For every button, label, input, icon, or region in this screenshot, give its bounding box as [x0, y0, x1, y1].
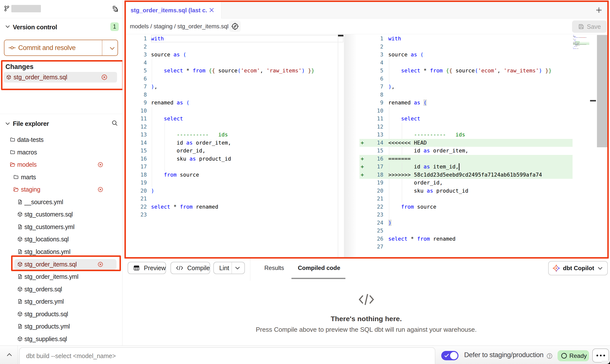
- git-branch-icon: [4, 5, 10, 12]
- folder-open-icon: [10, 162, 15, 167]
- active-tab-underline: [291, 278, 345, 279]
- file-tree-item-label: staging: [21, 186, 40, 193]
- file-tree-item-label: stg_customers.sql: [24, 211, 73, 218]
- file-tree-item-models[interactable]: models: [0, 158, 122, 171]
- commit-and-resolve-button[interactable]: Commit and resolve: [4, 40, 118, 56]
- file-tree-item-label: stg_products.yml: [24, 323, 70, 330]
- sidebar-divider: [0, 114, 122, 114]
- file-tree-item-stg-products-sql[interactable]: stg_products.sql: [0, 308, 122, 320]
- file-tree-item-label: macros: [17, 149, 37, 156]
- file-tree-item-stg-supplies-sql[interactable]: stg_supplies.sql: [0, 333, 122, 345]
- commit-button-split-divider: [102, 40, 102, 55]
- cube-icon: [17, 311, 23, 317]
- file-tree-item--sources-yml[interactable]: __sources.yml: [0, 196, 122, 208]
- file-explorer-title: File explorer: [13, 120, 49, 127]
- lint-label: Lint: [219, 265, 229, 272]
- lint-split: [232, 262, 232, 274]
- empty-subtitle: Press Compile above to preview the SQL d…: [122, 326, 610, 333]
- file-tree-item-label: stg_locations.yml: [24, 248, 70, 255]
- compile-button[interactable]: Compile: [170, 262, 210, 274]
- file-tree-item-label: stg_customers.yml: [24, 223, 74, 230]
- editor-annotation-box: [124, 0, 609, 259]
- lint-button[interactable]: Lint: [213, 262, 245, 274]
- bottom-toolbar: Preview Compile Lint Results Compiled co…: [122, 259, 610, 281]
- lint-dropdown-chevron-icon[interactable]: [235, 266, 240, 270]
- doc-icon: [17, 199, 23, 205]
- help-question-icon[interactable]: [546, 353, 553, 359]
- doc-icon: [17, 274, 23, 279]
- version-control-chevron-icon[interactable]: [5, 25, 10, 28]
- changes-title: Changes: [5, 63, 34, 71]
- cube-icon: [17, 212, 23, 217]
- cube-icon: [17, 286, 23, 292]
- doc-icon: [17, 224, 23, 230]
- empty-title: There's nothing here.: [122, 315, 610, 323]
- file-tree-item-label: stg_order_items.yml: [24, 273, 78, 280]
- file-tree-item-stg-orders-yml[interactable]: stg_orders.yml: [0, 295, 122, 308]
- folder-icon: [10, 149, 15, 155]
- copilot-label: dbt Copilot: [563, 265, 594, 272]
- file-tree-item-stg-customers-yml[interactable]: stg_customers.yml: [0, 221, 122, 233]
- tab-compiled-code[interactable]: Compiled code: [298, 262, 340, 274]
- copy-icon[interactable]: [111, 5, 118, 12]
- tab-results[interactable]: Results: [264, 262, 284, 274]
- dbt-copilot-logo-icon: [553, 265, 560, 272]
- commit-icon: [8, 45, 16, 50]
- file-tree-item-macros[interactable]: macros: [0, 146, 122, 158]
- file-tree-item-data-tests[interactable]: data-tests: [0, 133, 122, 146]
- file-tree-item-stg-locations-sql[interactable]: stg_locations.sql: [0, 233, 122, 245]
- changes-file-label: stg_order_items.sql: [14, 74, 67, 81]
- commit-dropdown-chevron-icon[interactable]: [110, 47, 115, 50]
- folder-icon: [13, 174, 19, 180]
- ready-label: Ready: [569, 352, 587, 359]
- preview-button[interactable]: Preview: [128, 262, 166, 274]
- file-tree-item-label: stg_locations.sql: [24, 236, 69, 243]
- file-tree-item-staging[interactable]: staging: [0, 183, 122, 196]
- file-tree-item-label: models: [17, 161, 37, 168]
- dot: [603, 355, 605, 356]
- command-placeholder: dbt build --select <model_name>: [26, 352, 116, 360]
- discard-change-icon[interactable]: [98, 162, 103, 167]
- dot: [596, 355, 598, 356]
- window-corner-mask: [602, 361, 610, 364]
- empty-state: There's nothing here. Press Compile abov…: [122, 281, 610, 346]
- dbt-copilot-button[interactable]: dbt Copilot: [548, 261, 608, 275]
- discard-change-icon[interactable]: [101, 74, 107, 80]
- file-tree-item-label: data-tests: [17, 136, 44, 143]
- file-tree-item-stg-order-items-yml[interactable]: stg_order_items.yml: [0, 270, 122, 283]
- command-input[interactable]: dbt build --select <model_name>: [19, 347, 435, 364]
- status-bar: dbt build --select <model_name> Defer to…: [0, 346, 610, 364]
- ready-status-badge: Ready: [558, 350, 589, 361]
- file-tree-item-label: stg_orders.yml: [24, 298, 64, 305]
- cube-icon: [17, 336, 23, 342]
- empty-code-icon: [122, 281, 610, 306]
- file-tree-item-label: __sources.yml: [24, 198, 63, 205]
- file-tree-item-stg-customers-sql[interactable]: stg_customers.sql: [0, 208, 122, 220]
- sidebar-divider: [0, 18, 122, 18]
- compile-code-icon: [176, 265, 183, 271]
- window-corner: [602, 361, 610, 364]
- file-tree-item-label: stg_orders.sql: [24, 285, 62, 293]
- dot: [600, 355, 602, 356]
- model-cube-icon: [6, 75, 11, 80]
- collapse-chevron-up-icon[interactable]: [7, 353, 12, 356]
- file-tree-item-marts[interactable]: marts: [0, 171, 122, 183]
- file-tree-item-stg-orders-sql[interactable]: stg_orders.sql: [0, 283, 122, 295]
- file-tree-item-label: stg_products.sql: [24, 310, 68, 317]
- doc-icon: [17, 249, 23, 254]
- discard-change-icon[interactable]: [98, 187, 103, 192]
- changes-file-row[interactable]: stg_order_items.sql: [4, 72, 117, 83]
- file-explorer-chevron-icon[interactable]: [5, 122, 10, 125]
- branch-name-redacted[interactable]: [11, 5, 41, 12]
- search-icon[interactable]: [111, 120, 118, 126]
- ready-circle-icon: [561, 353, 567, 359]
- version-control-title: Version control: [13, 24, 57, 31]
- file-tree-item-stg-products-yml[interactable]: stg_products.yml: [0, 320, 122, 332]
- version-control-badge: 1: [110, 22, 119, 31]
- defer-toggle[interactable]: [441, 351, 458, 360]
- toggle-knob: [450, 352, 458, 359]
- editor-main: stg_order_items.sql (last c... models / …: [122, 0, 610, 346]
- commit-button-label: Commit and resolve: [18, 44, 76, 52]
- cube-icon: [17, 236, 23, 242]
- sidebar: Version control 1 Commit and resolve Cha…: [0, 0, 122, 346]
